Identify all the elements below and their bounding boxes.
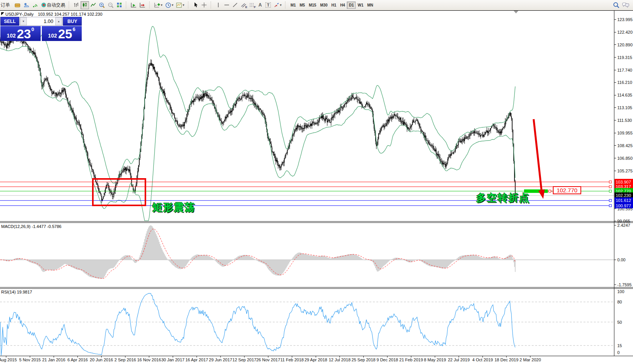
price-tick-label: 111.530 (617, 118, 632, 123)
tf-h1[interactable]: H1 (330, 2, 338, 9)
line-handle[interactable] (609, 181, 612, 183)
pivot-annotation-label[interactable]: 多空转折点 (476, 191, 530, 205)
sell-price[interactable]: 102230 (0, 26, 41, 41)
line-handle[interactable] (609, 190, 612, 192)
line-handle[interactable] (609, 199, 612, 202)
tile-windows-icon[interactable] (115, 1, 124, 9)
bar-chart-icon[interactable] (72, 1, 81, 9)
dropdown-caret: ▾ (280, 3, 282, 7)
toolbar-separator (188, 2, 190, 8)
equidistant-channel-icon[interactable]: E (239, 1, 248, 9)
zoom-in-icon[interactable] (97, 1, 106, 9)
line-handle[interactable] (609, 205, 612, 207)
candlestick-icon[interactable] (81, 1, 89, 9)
price-tick-label: 113.105 (617, 105, 632, 110)
search-icon[interactable] (612, 1, 621, 9)
fibo-letter: F (254, 5, 256, 9)
date-label: 18 Dec 2019 (495, 357, 518, 362)
volume-stepper[interactable]: ▾ ▴ (20, 17, 63, 26)
price-tick-label: 123.995 (617, 17, 633, 22)
crosshair-icon[interactable] (200, 1, 208, 9)
price-tick-label: 114.635 (617, 93, 632, 97)
chat-icon[interactable] (621, 1, 631, 9)
date-label: 12 Jul 2018 (329, 357, 351, 362)
symbol-label: USDJPY-,Daily (5, 12, 34, 16)
price-tick-label: 120.890 (617, 43, 633, 47)
text-icon[interactable]: A (256, 1, 264, 9)
tf-m30[interactable]: M30 (318, 2, 329, 9)
sell-button[interactable]: SELL (0, 17, 19, 26)
date-label: 12 Sep 2017 (232, 357, 256, 362)
volume-increase-button[interactable]: ▴ (55, 17, 62, 25)
autotrade-label: 自动交易 (47, 2, 65, 8)
macd-label: MACD(12,26,9) -1.4477 -0.5786 (1, 224, 61, 229)
buy-button[interactable]: BUY (63, 17, 82, 26)
volume-decrease-button[interactable]: ▾ (20, 17, 27, 25)
tf-m1[interactable]: M1 (288, 2, 298, 9)
vertical-line-icon[interactable] (214, 1, 223, 9)
rsi-scale-label: 15 (617, 343, 622, 348)
tf-mn[interactable]: MN (365, 2, 375, 9)
indicators-icon[interactable]: ▾ (153, 1, 164, 9)
date-label: 29 Jun 2017 (209, 357, 232, 362)
auto-scroll-icon[interactable] (129, 1, 138, 9)
signal-icon[interactable] (31, 1, 40, 9)
one-click-trading-panel: SELL ▾ ▴ BUY 102230 102256 (0, 17, 82, 41)
dropdown-caret: ▾ (161, 3, 163, 7)
autotrade-button[interactable]: 自动交易 (40, 1, 66, 9)
cursor-icon[interactable] (191, 1, 200, 9)
price-badge-label: 100.977 (616, 203, 631, 208)
chart-pointer-icon (1, 12, 4, 15)
fibonacci-icon[interactable]: F (248, 1, 256, 9)
new-order-label: 新订单 (0, 2, 10, 8)
autotrade-icon (41, 2, 47, 8)
macd-scale-label: 2.4247 (617, 223, 630, 228)
buy-price[interactable]: 102256 (42, 26, 82, 41)
date-label: 9 Dec 2018 (376, 357, 398, 362)
macd-scale-label: 0.00 (617, 257, 625, 262)
trendline-icon[interactable] (231, 1, 239, 9)
horizontal-line-icon[interactable] (223, 1, 231, 9)
price-tick-label: 109.955 (617, 131, 633, 135)
date-label: 26 Nov 2017 (256, 357, 280, 362)
date-label: 3 Aug 2015 (0, 357, 17, 362)
chart-shift-icon[interactable] (138, 1, 147, 9)
tf-d1[interactable]: D1 (347, 2, 356, 9)
date-label: 4 Oct 2019 (472, 357, 493, 362)
tf-h4[interactable]: H4 (338, 2, 347, 9)
wallet-icon[interactable] (13, 1, 22, 9)
profile-cloud-icon[interactable] (22, 1, 31, 9)
date-label: 5 Nov 2015 (19, 357, 41, 362)
channel-letter: E (245, 5, 247, 9)
templates-icon[interactable]: ▾ (175, 1, 186, 9)
rsi-scale-label: 0 (617, 350, 620, 355)
price-tag-102770[interactable]: 102.770 (553, 186, 581, 194)
price-badge-label: 101.612 (616, 198, 631, 203)
date-label: 29 Apr 2018 (305, 357, 327, 362)
dropdown-caret: ▾ (183, 3, 185, 7)
toolbar-separator (126, 2, 128, 8)
chart-canvas[interactable]: 123.995122.420120.890119.315117.740116.2… (0, 10, 633, 364)
zoom-out-icon[interactable] (106, 1, 115, 9)
line-handle[interactable] (609, 185, 612, 188)
tf-w1[interactable]: W1 (356, 2, 365, 9)
new-order-button[interactable]: 新订单 (0, 1, 13, 9)
date-label: 2 Mar 2020 (519, 357, 541, 362)
line-chart-icon[interactable] (89, 1, 97, 9)
tf-m5[interactable]: M5 (298, 2, 307, 9)
arrows-icon[interactable]: ▾ (272, 1, 283, 9)
price-tick-label: 105.275 (617, 169, 633, 173)
tag-handle[interactable] (549, 190, 551, 192)
date-label: 21 Jan 2016 (42, 357, 66, 362)
toolbar-separator (149, 2, 151, 8)
date-label: 16 Nov 2016 (137, 357, 161, 362)
toolbar-separator (69, 2, 71, 8)
toolbar-separator (211, 2, 213, 8)
volume-input[interactable] (27, 17, 55, 25)
tf-m15[interactable]: M15 (307, 2, 318, 9)
date-label: 30 Jan 2017 (161, 357, 185, 362)
chart-title: USDJPY-,Daily 103.952 104.257 101.174 10… (5, 12, 102, 16)
rectangle-annotation-label[interactable]: 矩形震荡 (152, 201, 195, 214)
text-label-icon[interactable]: T (264, 1, 272, 9)
periods-icon[interactable]: ▾ (164, 1, 175, 9)
